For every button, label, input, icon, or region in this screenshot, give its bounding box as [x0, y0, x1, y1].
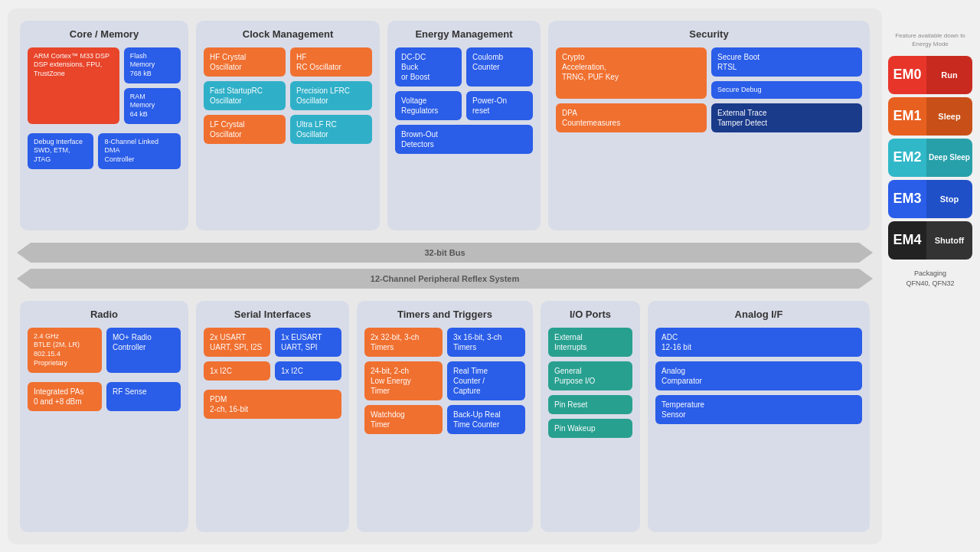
clock-grid: HF Crystal Oscillator HF RC Oscillator F…: [204, 47, 372, 144]
radio-bottom: Integrated PAs 0 and +8 dBm RF Sense: [28, 382, 181, 411]
precision-lfrc-chip: Precision LFRC Oscillator: [290, 81, 372, 110]
fast-startup-chip: Fast StartupRC Oscillator: [204, 81, 286, 110]
t32-chip: 2x 32-bit, 3-ch Timers: [364, 328, 443, 357]
io-chips: External Interrupts General Purpose I/O …: [548, 328, 632, 438]
security-grid: Crypto Acceleration, TRNG, PUF Key Secur…: [556, 47, 862, 133]
mo-radio-chip: MO+ Radio Controller: [106, 328, 181, 373]
t16-chip: 3x 16-bit, 3-ch Timers: [447, 328, 525, 357]
core-top-chips: ARM Cortex™ M33 DSP DSP extensions, FPU,…: [28, 47, 181, 124]
bus-container: 32-bit Bus 12-Channel Peripheral Reflex …: [17, 238, 873, 293]
watchdog-chip: Watchdog Timer: [364, 405, 443, 434]
pin-wakeup-chip: Pin Wakeup: [548, 419, 632, 438]
core-bottom-chips: Debug Interface SWD, ETM, JTAG 8-Channel…: [28, 133, 181, 169]
radio-title: Radio: [28, 309, 181, 320]
em2-code: EM2: [888, 139, 926, 177]
em3-block: EM3 Stop: [888, 180, 972, 218]
hf-crystal-chip: HF Crystal Oscillator: [204, 47, 286, 77]
em2-label: Deep Sleep: [926, 139, 972, 177]
bottom-row: Radio 2.4 GHz BTLE (2M, LR) 802.15.4 Pro…: [20, 301, 870, 532]
diagram-area: Core / Memory ARM Cortex™ M33 DSP DSP ex…: [8, 8, 882, 544]
i2c2-chip: 1x I2C: [275, 361, 341, 381]
em3-code: EM3: [888, 180, 926, 218]
hf-rc-chip: HF RC Oscillator: [290, 47, 372, 77]
serial-section: Serial Interfaces 2x USART UART, SPI, I2…: [196, 301, 349, 532]
eusart-chip: 1x EUSART UART, SPI: [275, 328, 341, 357]
bus12-row: 12-Channel Peripheral Reflex System: [17, 269, 873, 289]
em0-block: EM0 Run: [888, 56, 972, 94]
packaging-label: Packaging: [914, 269, 946, 277]
dma-chip: 8-Channel Linked DMA Controller: [98, 133, 181, 169]
sidebar: Feature available down to Energy Mode EM…: [888, 8, 972, 544]
backup-rtc-chip: Back-Up Real Time Counter: [447, 405, 525, 434]
temp-chip: Temperature Sensor: [655, 395, 862, 424]
adc-chip: ADC 12-16 bit: [655, 328, 862, 357]
timers-title: Timers and Triggers: [364, 309, 525, 320]
security-section: Security Crypto Acceleration, TRNG, PUF …: [548, 21, 870, 230]
em4-label: Shutoff: [926, 221, 972, 260]
em1-code: EM1: [888, 97, 926, 136]
pdm-chip: PDM 2-ch, 16-bit: [204, 390, 341, 419]
rtc-chip: Real Time Counter / Capture: [447, 361, 525, 400]
energy-section: Energy Management DC-DC Buck or Boost Co…: [387, 21, 541, 230]
bus32-arrow-left: [17, 243, 31, 263]
feature-text: Feature available down to Energy Mode: [888, 31, 972, 48]
radio-24-chip: 2.4 GHz BTLE (2M, LR) 802.15.4 Proprieta…: [28, 328, 102, 373]
packaging-value: QFN40, QFN32: [906, 279, 954, 287]
bus12-arrow-left: [17, 269, 31, 289]
secure-debug-chip: Secure Debug: [711, 81, 862, 100]
serial-title: Serial Interfaces: [204, 309, 341, 320]
bus12-arrow-right: [859, 269, 873, 289]
timers-section: Timers and Triggers 2x 32-bit, 3-ch Time…: [357, 301, 533, 532]
low-energy-chip: 24-bit, 2-ch Low Energy Timer: [364, 361, 443, 400]
usart-chip: 2x USART UART, SPI, I2S: [204, 328, 270, 357]
em1-block: EM1 Sleep: [888, 97, 972, 136]
em0-code: EM0: [888, 56, 926, 94]
bus32-label: 32-bit Bus: [31, 243, 859, 263]
ext-int-chip: External Interrupts: [548, 328, 632, 357]
core-title: Core / Memory: [28, 28, 181, 40]
brownout-chip: Brown-Out Detectors: [395, 125, 533, 154]
dc-dc-chip: DC-DC Buck or Boost: [395, 47, 462, 87]
energy-grid: DC-DC Buck or Boost Coulomb Counter Volt…: [395, 47, 533, 154]
flash-chip: Flash Memory 768 kB: [124, 47, 181, 83]
ram-chip: RAM Memory 64 kB: [124, 88, 181, 124]
em0-label: Run: [926, 56, 972, 94]
rf-sense-chip: RF Sense: [106, 382, 181, 411]
clock-section: Clock Management HF Crystal Oscillator H…: [196, 21, 380, 230]
debug-chip: Debug Interface SWD, ETM, JTAG: [28, 133, 93, 169]
io-title: I/O Ports: [548, 309, 632, 320]
energy-title: Energy Management: [395, 28, 533, 40]
pin-reset-chip: Pin Reset: [548, 395, 632, 414]
bus32-row: 32-bit Bus: [17, 243, 873, 263]
packaging-info: Packaging QFN40, QFN32: [888, 269, 972, 289]
analog-comp-chip: Analog Comparator: [655, 361, 862, 390]
bus32-arrow-right: [859, 243, 873, 263]
radio-top: 2.4 GHz BTLE (2M, LR) 802.15.4 Proprieta…: [28, 328, 181, 373]
em4-block: EM4 Shutoff: [888, 221, 972, 260]
analog-title: Analog I/F: [655, 309, 862, 320]
i2c1-chip: 1x I2C: [204, 361, 270, 381]
core-memory-section: Core / Memory ARM Cortex™ M33 DSP DSP ex…: [20, 21, 188, 230]
gpio-chip: General Purpose I/O: [548, 361, 632, 390]
security-title: Security: [556, 28, 862, 40]
ext-trace-chip: External Trace Tamper Detect: [711, 103, 862, 132]
pdm-row: PDM 2-ch, 16-bit: [204, 390, 341, 419]
main-container: Core / Memory ARM Cortex™ M33 DSP DSP ex…: [8, 8, 972, 544]
timers-grid: 2x 32-bit, 3-ch Timers 3x 16-bit, 3-ch T…: [364, 328, 525, 434]
em3-label: Stop: [926, 180, 972, 218]
em1-label: Sleep: [926, 97, 972, 136]
em4-code: EM4: [888, 221, 926, 260]
voltage-chip: Voltage Regulators: [395, 91, 462, 120]
arm-chip: ARM Cortex™ M33 DSP DSP extensions, FPU,…: [28, 47, 119, 124]
crypto-chip: Crypto Acceleration, TRNG, PUF Key: [556, 47, 707, 100]
io-section: I/O Ports External Interrupts General Pu…: [541, 301, 640, 532]
analog-chips: ADC 12-16 bit Analog Comparator Temperat…: [655, 328, 862, 424]
em2-block: EM2 Deep Sleep: [888, 139, 972, 177]
bus12-label: 12-Channel Peripheral Reflex System: [31, 269, 859, 289]
analog-section: Analog I/F ADC 12-16 bit Analog Comparat…: [648, 301, 870, 532]
lf-crystal-chip: LF Crystal Oscillator: [204, 115, 286, 144]
power-on-chip: Power-On reset: [466, 91, 533, 120]
integrated-pa-chip: Integrated PAs 0 and +8 dBm: [28, 382, 102, 411]
secure-boot-chip: Secure Boot RTSL: [711, 47, 862, 77]
serial-grid: 2x USART UART, SPI, I2S 1x EUSART UART, …: [204, 328, 341, 381]
